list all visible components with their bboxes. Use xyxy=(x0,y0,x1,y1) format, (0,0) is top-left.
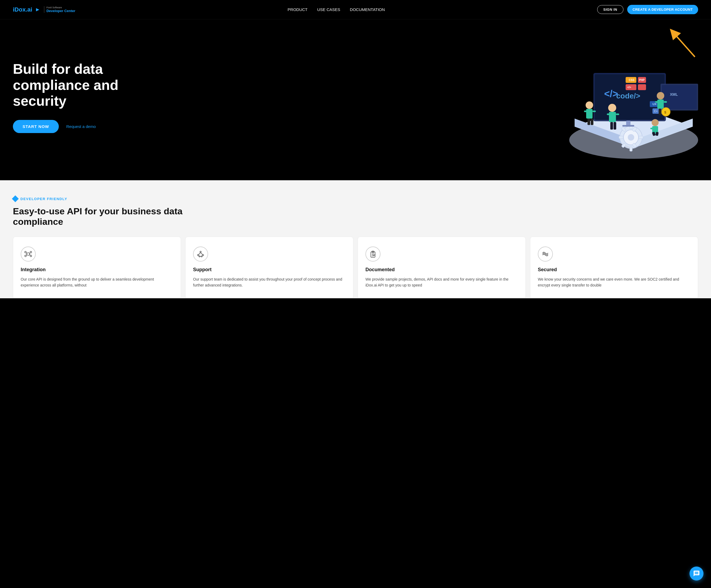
nav-documentation[interactable]: DOCUMENTATION xyxy=(350,7,385,12)
svg-point-62 xyxy=(27,253,29,255)
dev-center-label: Developer Center xyxy=(46,9,76,13)
badge-diamond-icon xyxy=(12,195,19,202)
card-support-text: Our support team is dedicated to assist … xyxy=(193,276,346,288)
logo: iDox.ai ► Foxit Software Developer Cente… xyxy=(13,6,76,13)
svg-rect-60 xyxy=(626,121,630,126)
foxit-label: Foxit Software xyxy=(46,6,76,9)
svg-rect-45 xyxy=(610,122,613,130)
svg-point-26 xyxy=(628,134,634,140)
svg-text:code/>: code/> xyxy=(616,92,640,100)
svg-rect-16 xyxy=(638,84,646,90)
svg-rect-28 xyxy=(630,147,632,151)
hero-title: Build for data compliance and security xyxy=(13,61,126,109)
support-icon xyxy=(193,247,208,262)
svg-rect-29 xyxy=(619,136,623,139)
svg-point-53 xyxy=(652,119,659,126)
secured-icon xyxy=(538,247,553,262)
svg-line-67 xyxy=(26,253,27,254)
card-secured-text: We know your security concerns and we ca… xyxy=(538,276,690,288)
svg-rect-18 xyxy=(662,85,697,109)
cards-row: Integration Our core API is designed fro… xyxy=(13,236,698,298)
svg-line-78 xyxy=(198,256,199,256)
svg-text:$: $ xyxy=(664,110,666,114)
svg-point-63 xyxy=(25,251,26,253)
svg-point-65 xyxy=(25,255,26,257)
svg-point-66 xyxy=(30,255,32,257)
badge-text: DEVELOPER FRIENDLY xyxy=(20,197,67,201)
svg-line-76 xyxy=(199,253,201,255)
create-account-button[interactable]: CREATE A DEVELOPER ACCOUNT xyxy=(627,5,698,14)
svg-line-1 xyxy=(673,33,695,57)
hero-section: Build for data compliance and security S… xyxy=(0,19,711,180)
card-documented: Documented We provide sample projects, d… xyxy=(358,236,526,298)
hero-actions: START NOW Request a demo xyxy=(13,120,126,133)
nav-product[interactable]: PRODUCT xyxy=(287,7,307,12)
svg-line-68 xyxy=(29,253,30,254)
svg-rect-39 xyxy=(587,118,590,125)
svg-rect-49 xyxy=(655,101,659,103)
svg-rect-61 xyxy=(622,125,634,127)
svg-text:CSS: CSS xyxy=(629,78,634,82)
svg-rect-51 xyxy=(659,109,661,115)
svg-point-35 xyxy=(586,101,593,109)
documented-icon xyxy=(365,247,381,262)
svg-point-71 xyxy=(200,251,201,253)
nav-use-cases[interactable]: USE CASES xyxy=(317,7,340,12)
svg-text:</>: </> xyxy=(627,86,631,89)
svg-rect-37 xyxy=(584,111,587,112)
start-now-button[interactable]: START NOW xyxy=(13,120,59,133)
section-title: Easy-to-use API for your business data c… xyxy=(13,206,228,227)
svg-line-70 xyxy=(29,254,30,256)
svg-line-69 xyxy=(26,254,27,256)
integration-icon xyxy=(21,247,36,262)
navbar: iDox.ai ► Foxit Software Developer Cente… xyxy=(0,0,711,19)
card-documented-text: We provide sample projects, demos, API d… xyxy=(365,276,518,288)
svg-rect-46 xyxy=(613,122,616,130)
card-support: Support Our support team is dedicated to… xyxy=(185,236,353,298)
card-secured: Secured We know your security concerns a… xyxy=(530,236,698,298)
card-integration: Integration Our core API is designed fro… xyxy=(13,236,181,298)
svg-rect-40 xyxy=(591,118,594,125)
svg-text:C+: C+ xyxy=(654,110,658,113)
svg-rect-50 xyxy=(664,101,667,103)
arrow-annotation xyxy=(665,27,697,60)
svg-text:PHP: PHP xyxy=(639,78,645,82)
hero-left: Build for data compliance and security S… xyxy=(13,61,126,133)
nav-links: PRODUCT USE CASES DOCUMENTATION xyxy=(287,7,385,12)
svg-line-77 xyxy=(200,253,203,255)
svg-rect-44 xyxy=(616,113,619,115)
section-badge: DEVELOPER FRIENDLY xyxy=(13,196,698,201)
svg-rect-55 xyxy=(650,128,653,129)
card-documented-title: Documented xyxy=(365,267,518,273)
nav-actions: SIGN IN CREATE A DEVELOPER ACCOUNT xyxy=(597,5,698,14)
logo-subtitle: Foxit Software Developer Center xyxy=(44,6,76,13)
svg-line-79 xyxy=(202,256,203,256)
svg-point-41 xyxy=(608,104,616,112)
svg-text:XML: XML xyxy=(670,92,678,96)
signin-button[interactable]: SIGN IN xyxy=(597,5,623,14)
card-support-title: Support xyxy=(193,267,346,273)
svg-point-64 xyxy=(30,251,32,253)
svg-point-47 xyxy=(657,92,664,99)
api-section: DEVELOPER FRIENDLY Easy-to-use API for y… xyxy=(0,180,711,298)
svg-rect-82 xyxy=(371,252,375,257)
svg-rect-30 xyxy=(639,136,643,139)
brand-name: iDox.ai xyxy=(13,6,32,13)
svg-rect-38 xyxy=(592,111,596,112)
svg-text:UX: UX xyxy=(652,103,657,106)
svg-rect-43 xyxy=(607,113,610,115)
logo-arrow-icon: ► xyxy=(35,6,40,13)
svg-rect-36 xyxy=(586,109,592,118)
request-demo-link[interactable]: Request a demo xyxy=(66,124,96,129)
svg-rect-42 xyxy=(609,112,616,122)
svg-rect-48 xyxy=(657,99,664,109)
card-integration-text: Our core API is designed from the ground… xyxy=(21,276,173,288)
card-secured-title: Secured xyxy=(538,267,690,273)
card-integration-title: Integration xyxy=(21,267,173,273)
